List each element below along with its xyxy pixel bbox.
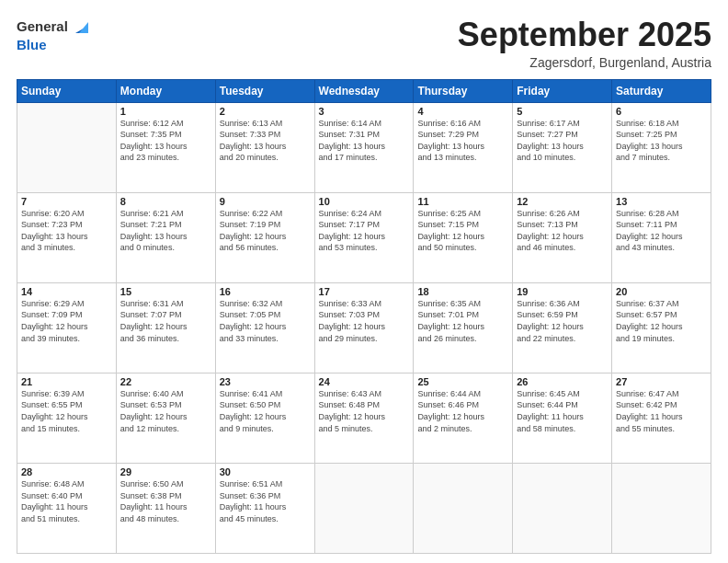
day-number: 23: [220, 376, 311, 387]
day-info: Sunrise: 6:24 AMSunset: 7:17 PMDaylight:…: [319, 208, 410, 254]
col-sunday: Sunday: [17, 79, 117, 102]
day-info: Sunrise: 6:44 AMSunset: 6:46 PMDaylight:…: [417, 388, 508, 434]
header: General Blue September 2025 Zagersdorf, …: [17, 17, 711, 70]
col-wednesday: Wednesday: [314, 79, 414, 102]
page: General Blue September 2025 Zagersdorf, …: [0, 0, 728, 563]
day-number: 2: [220, 106, 311, 117]
day-number: 11: [417, 196, 508, 207]
day-number: 21: [21, 376, 112, 387]
logo-blue-text: Blue: [17, 37, 47, 52]
table-row: 24Sunrise: 6:43 AMSunset: 6:48 PMDayligh…: [314, 373, 414, 463]
day-number: 27: [616, 376, 707, 387]
table-row: 29Sunrise: 6:50 AMSunset: 6:38 PMDayligh…: [116, 463, 215, 553]
calendar-header-row: Sunday Monday Tuesday Wednesday Thursday…: [17, 79, 711, 102]
table-row: 21Sunrise: 6:39 AMSunset: 6:55 PMDayligh…: [17, 373, 117, 463]
table-row: 2Sunrise: 6:13 AMSunset: 7:33 PMDaylight…: [215, 102, 314, 192]
table-row: 9Sunrise: 6:22 AMSunset: 7:19 PMDaylight…: [215, 192, 314, 282]
table-row: 25Sunrise: 6:44 AMSunset: 6:46 PMDayligh…: [414, 373, 513, 463]
title-block: September 2025 Zagersdorf, Burgenland, A…: [458, 17, 711, 70]
table-row: 3Sunrise: 6:14 AMSunset: 7:31 PMDaylight…: [314, 102, 414, 192]
day-info: Sunrise: 6:28 AMSunset: 7:11 PMDaylight:…: [616, 208, 707, 254]
calendar-week-row: 7Sunrise: 6:20 AMSunset: 7:23 PMDaylight…: [17, 192, 711, 282]
logo-icon: [72, 17, 92, 37]
day-info: Sunrise: 6:39 AMSunset: 6:55 PMDaylight:…: [21, 388, 112, 434]
table-row: 6Sunrise: 6:18 AMSunset: 7:25 PMDaylight…: [612, 102, 711, 192]
day-info: Sunrise: 6:17 AMSunset: 7:27 PMDaylight:…: [517, 118, 608, 164]
day-number: 12: [517, 196, 608, 207]
day-info: Sunrise: 6:48 AMSunset: 6:40 PMDaylight:…: [21, 478, 112, 524]
col-tuesday: Tuesday: [215, 79, 314, 102]
table-row: 5Sunrise: 6:17 AMSunset: 7:27 PMDaylight…: [513, 102, 612, 192]
day-info: Sunrise: 6:21 AMSunset: 7:21 PMDaylight:…: [120, 208, 211, 254]
day-number: 22: [120, 376, 211, 387]
location: Zagersdorf, Burgenland, Austria: [458, 55, 711, 70]
day-info: Sunrise: 6:31 AMSunset: 7:07 PMDaylight:…: [120, 298, 211, 344]
day-number: 24: [319, 376, 410, 387]
col-friday: Friday: [513, 79, 612, 102]
day-number: 18: [417, 286, 508, 297]
table-row: [314, 463, 414, 553]
day-info: Sunrise: 6:37 AMSunset: 6:57 PMDaylight:…: [616, 298, 707, 344]
day-info: Sunrise: 6:50 AMSunset: 6:38 PMDaylight:…: [120, 478, 211, 524]
table-row: 30Sunrise: 6:51 AMSunset: 6:36 PMDayligh…: [215, 463, 314, 553]
table-row: 20Sunrise: 6:37 AMSunset: 6:57 PMDayligh…: [612, 282, 711, 373]
month-title: September 2025: [458, 17, 711, 53]
day-info: Sunrise: 6:22 AMSunset: 7:19 PMDaylight:…: [220, 208, 311, 254]
day-number: 30: [220, 466, 311, 477]
day-number: 16: [220, 286, 311, 297]
day-number: 5: [517, 106, 608, 117]
col-monday: Monday: [116, 79, 215, 102]
day-number: 8: [120, 196, 211, 207]
day-info: Sunrise: 6:36 AMSunset: 6:59 PMDaylight:…: [517, 298, 608, 344]
table-row: 4Sunrise: 6:16 AMSunset: 7:29 PMDaylight…: [414, 102, 513, 192]
calendar-week-row: 28Sunrise: 6:48 AMSunset: 6:40 PMDayligh…: [17, 463, 711, 553]
table-row: 11Sunrise: 6:25 AMSunset: 7:15 PMDayligh…: [414, 192, 513, 282]
day-number: 3: [319, 106, 410, 117]
table-row: [414, 463, 513, 553]
day-number: 9: [220, 196, 311, 207]
day-number: 28: [21, 466, 112, 477]
table-row: 8Sunrise: 6:21 AMSunset: 7:21 PMDaylight…: [116, 192, 215, 282]
table-row: 27Sunrise: 6:47 AMSunset: 6:42 PMDayligh…: [612, 373, 711, 463]
day-number: 13: [616, 196, 707, 207]
day-number: 6: [616, 106, 707, 117]
day-number: 26: [517, 376, 608, 387]
day-number: 10: [319, 196, 410, 207]
day-number: 19: [517, 286, 608, 297]
day-info: Sunrise: 6:26 AMSunset: 7:13 PMDaylight:…: [517, 208, 608, 254]
day-number: 25: [417, 376, 508, 387]
table-row: [17, 102, 117, 192]
day-info: Sunrise: 6:35 AMSunset: 7:01 PMDaylight:…: [417, 298, 508, 344]
table-row: 10Sunrise: 6:24 AMSunset: 7:17 PMDayligh…: [314, 192, 414, 282]
day-number: 20: [616, 286, 707, 297]
day-info: Sunrise: 6:29 AMSunset: 7:09 PMDaylight:…: [21, 298, 112, 344]
calendar-week-row: 21Sunrise: 6:39 AMSunset: 6:55 PMDayligh…: [17, 373, 711, 463]
table-row: 15Sunrise: 6:31 AMSunset: 7:07 PMDayligh…: [116, 282, 215, 373]
logo: General Blue: [17, 17, 92, 53]
day-number: 4: [417, 106, 508, 117]
day-info: Sunrise: 6:40 AMSunset: 6:53 PMDaylight:…: [120, 388, 211, 434]
table-row: 22Sunrise: 6:40 AMSunset: 6:53 PMDayligh…: [116, 373, 215, 463]
day-info: Sunrise: 6:20 AMSunset: 7:23 PMDaylight:…: [21, 208, 112, 254]
table-row: 16Sunrise: 6:32 AMSunset: 7:05 PMDayligh…: [215, 282, 314, 373]
day-info: Sunrise: 6:12 AMSunset: 7:35 PMDaylight:…: [120, 118, 211, 164]
calendar-week-row: 1Sunrise: 6:12 AMSunset: 7:35 PMDaylight…: [17, 102, 711, 192]
day-number: 17: [319, 286, 410, 297]
svg-marker-1: [79, 22, 88, 33]
table-row: 13Sunrise: 6:28 AMSunset: 7:11 PMDayligh…: [612, 192, 711, 282]
table-row: [513, 463, 612, 553]
day-info: Sunrise: 6:32 AMSunset: 7:05 PMDaylight:…: [220, 298, 311, 344]
table-row: [612, 463, 711, 553]
day-info: Sunrise: 6:51 AMSunset: 6:36 PMDaylight:…: [220, 478, 311, 524]
day-info: Sunrise: 6:45 AMSunset: 6:44 PMDaylight:…: [517, 388, 608, 434]
table-row: 28Sunrise: 6:48 AMSunset: 6:40 PMDayligh…: [17, 463, 117, 553]
logo-general-text: General: [17, 18, 68, 35]
day-number: 7: [21, 196, 112, 207]
table-row: 19Sunrise: 6:36 AMSunset: 6:59 PMDayligh…: [513, 282, 612, 373]
table-row: 14Sunrise: 6:29 AMSunset: 7:09 PMDayligh…: [17, 282, 117, 373]
day-info: Sunrise: 6:16 AMSunset: 7:29 PMDaylight:…: [417, 118, 508, 164]
day-info: Sunrise: 6:43 AMSunset: 6:48 PMDaylight:…: [319, 388, 410, 434]
day-info: Sunrise: 6:14 AMSunset: 7:31 PMDaylight:…: [319, 118, 410, 164]
table-row: 7Sunrise: 6:20 AMSunset: 7:23 PMDaylight…: [17, 192, 117, 282]
day-number: 15: [120, 286, 211, 297]
